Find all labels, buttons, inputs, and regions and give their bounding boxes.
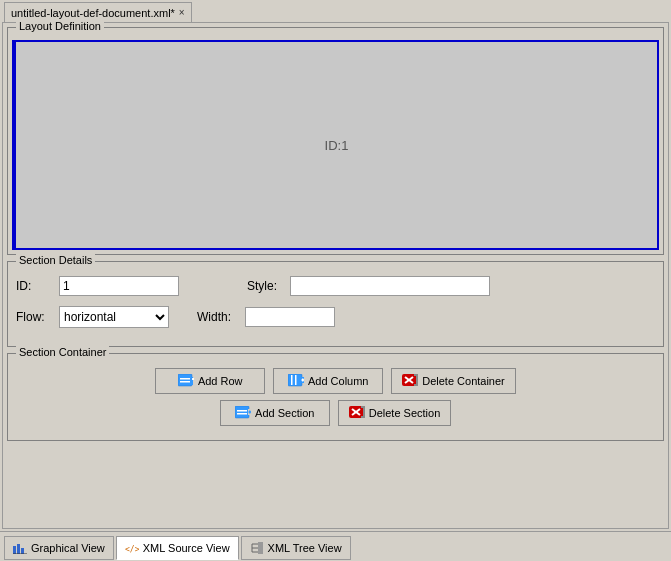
flow-select[interactable]: horizontal vertical [59, 306, 169, 328]
graph-icon [13, 542, 27, 554]
main-panel: Layout Definition ID:1 Section Details I… [2, 22, 669, 529]
button-row-1: Add Row Add Column [16, 368, 655, 394]
svg-rect-32 [361, 406, 365, 408]
add-section-icon [235, 406, 251, 420]
svg-rect-8 [295, 375, 297, 385]
delete-section-label: Delete Section [369, 407, 441, 419]
section-container-legend: Section Container [16, 346, 109, 358]
width-label: Width: [197, 310, 237, 324]
svg-text:</>: </> [125, 545, 139, 554]
id-row: ID: Style: [16, 276, 655, 296]
tree-icon [250, 542, 264, 554]
xml-source-view-label: XML Source View [143, 542, 230, 554]
svg-rect-7 [291, 375, 293, 385]
delete-section-icon [349, 406, 365, 420]
svg-rect-35 [17, 544, 20, 554]
tab-graphical-view[interactable]: Graphical View [4, 536, 114, 560]
width-input[interactable] [245, 307, 335, 327]
svg-rect-34 [13, 546, 16, 554]
canvas-area[interactable]: ID:1 [12, 40, 659, 250]
flow-label: Flow: [16, 310, 51, 324]
svg-rect-0 [178, 374, 192, 386]
add-row-icon [178, 374, 194, 388]
layout-definition-legend: Layout Definition [16, 20, 104, 32]
svg-rect-19 [414, 384, 418, 386]
add-row-label: Add Row [198, 375, 243, 387]
style-input[interactable] [290, 276, 490, 296]
tab-xml-tree-view[interactable]: XML Tree View [241, 536, 351, 560]
svg-rect-1 [180, 378, 190, 380]
add-section-label: Add Section [255, 407, 314, 419]
delete-container-icon [402, 374, 418, 388]
add-section-button[interactable]: Add Section [220, 400, 330, 426]
svg-rect-18 [414, 374, 418, 376]
style-label: Style: [247, 279, 282, 293]
add-column-label: Add Column [308, 375, 369, 387]
add-row-button[interactable]: Add Row [155, 368, 265, 394]
layout-definition-group: Layout Definition ID:1 [7, 27, 664, 255]
svg-rect-33 [361, 416, 365, 418]
section-container-group: Section Container Add Row [7, 353, 664, 441]
canvas-id-label: ID:1 [325, 138, 349, 153]
tab-bar: untitled-layout-def-document.xml* × [0, 0, 671, 22]
svg-rect-20 [235, 406, 249, 418]
add-column-button[interactable]: Add Column [273, 368, 383, 394]
button-row-2: Add Section Delete Section [16, 400, 655, 426]
tab-label: untitled-layout-def-document.xml* [11, 7, 175, 19]
xml-icon: </> [125, 542, 139, 554]
add-column-icon [288, 374, 304, 388]
svg-rect-45 [258, 550, 263, 554]
svg-rect-2 [180, 381, 190, 383]
svg-rect-21 [237, 410, 247, 412]
graphical-view-label: Graphical View [31, 542, 105, 554]
svg-rect-31 [363, 407, 365, 417]
delete-container-button[interactable]: Delete Container [391, 368, 516, 394]
xml-tree-view-label: XML Tree View [268, 542, 342, 554]
svg-rect-17 [416, 375, 418, 385]
tab-close-button[interactable]: × [179, 8, 185, 18]
svg-rect-43 [258, 542, 263, 546]
delete-container-label: Delete Container [422, 375, 505, 387]
id-input[interactable] [59, 276, 179, 296]
svg-rect-41 [258, 546, 263, 550]
bottom-tab-bar: Graphical View </> XML Source View [0, 531, 671, 561]
tab-xml-source-view[interactable]: </> XML Source View [116, 536, 239, 560]
id-label: ID: [16, 279, 51, 293]
document-tab[interactable]: untitled-layout-def-document.xml* × [4, 2, 192, 22]
section-details-legend: Section Details [16, 254, 95, 266]
flow-row: Flow: horizontal vertical Width: [16, 306, 655, 328]
delete-section-button[interactable]: Delete Section [338, 400, 452, 426]
svg-rect-22 [237, 413, 247, 415]
svg-rect-36 [21, 548, 24, 554]
section-details-group: Section Details ID: Style: Flow: horizon… [7, 261, 664, 347]
